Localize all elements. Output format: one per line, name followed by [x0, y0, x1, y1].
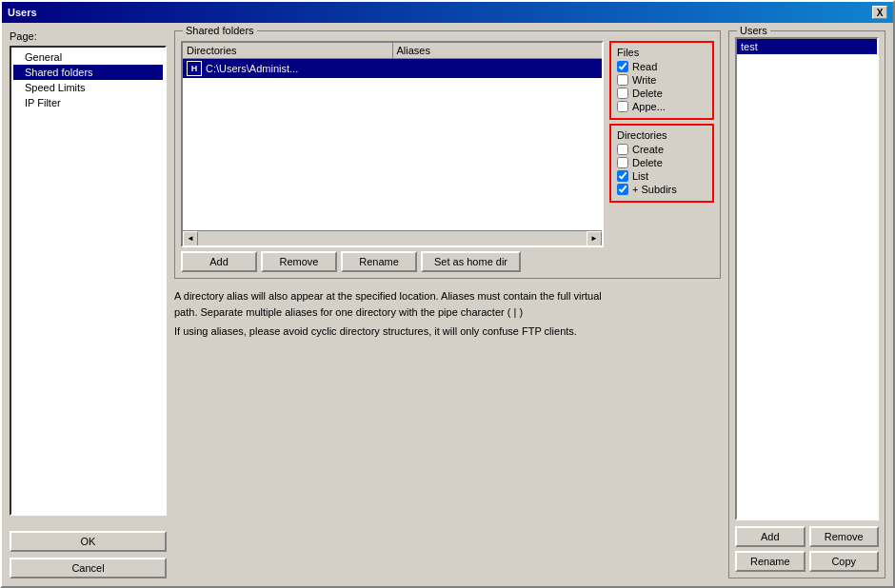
- append-label: Appe...: [632, 101, 666, 112]
- dir-scrollbar[interactable]: ◄ ►: [183, 230, 602, 245]
- info-line1: A directory alias will also appear at th…: [174, 288, 721, 304]
- close-button[interactable]: X: [872, 6, 887, 19]
- info-text: A directory alias will also appear at th…: [174, 284, 721, 343]
- users-group: Users test Add Remove Rename Copy: [728, 30, 885, 578]
- users-rename-copy-row: Rename Copy: [735, 551, 879, 572]
- list-label: List: [632, 170, 648, 182]
- page-label: Page:: [10, 30, 167, 42]
- cancel-button[interactable]: Cancel: [10, 558, 167, 578]
- directories-group-label: Directories: [617, 129, 706, 141]
- users-panel: Users test Add Remove Rename Copy: [728, 30, 885, 578]
- read-checkbox[interactable]: [617, 61, 628, 72]
- users-group-label: Users: [737, 25, 770, 36]
- users-add-remove-row: Add Remove: [735, 526, 879, 547]
- read-label: Read: [632, 61, 657, 72]
- remove-folder-button[interactable]: Remove: [261, 251, 337, 272]
- nav-list: General Shared folders Speed Limits IP F…: [10, 46, 167, 516]
- dir-table: Directories Aliases H C:\Users\Administ.…: [181, 41, 604, 247]
- rename-user-button[interactable]: Rename: [735, 551, 806, 572]
- directories-perm-group: Directories Create Delete: [609, 124, 714, 203]
- content-area: Page: General Shared folders Speed Limit…: [2, 23, 893, 586]
- dir-path: C:\Users\Administ...: [206, 63, 298, 74]
- perm-list: List: [617, 170, 706, 182]
- dir-table-body[interactable]: H C:\Users\Administ...: [183, 59, 602, 230]
- nav-item-shared-folders[interactable]: Shared folders: [13, 65, 163, 80]
- add-folder-button[interactable]: Add: [181, 251, 257, 272]
- title-bar: Users X: [2, 2, 893, 23]
- nav-item-general[interactable]: General: [13, 49, 163, 65]
- nav-item-speed-limits[interactable]: Speed Limits: [13, 80, 163, 95]
- dir-icon: H: [187, 61, 202, 76]
- perm-subdirs: + Subdirs: [617, 184, 706, 195]
- list-checkbox[interactable]: [617, 170, 628, 182]
- append-checkbox[interactable]: [617, 101, 628, 112]
- scroll-right-btn[interactable]: ►: [587, 231, 602, 246]
- create-label: Create: [632, 144, 664, 155]
- nav-item-ip-filter[interactable]: IP Filter: [13, 95, 163, 110]
- remove-user-button[interactable]: Remove: [809, 526, 880, 547]
- folder-buttons: Add Remove Rename Set as home dir: [181, 251, 604, 272]
- rename-folder-button[interactable]: Rename: [341, 251, 417, 272]
- write-label: Write: [632, 74, 656, 86]
- dir-delete-checkbox[interactable]: [617, 157, 628, 168]
- ok-button[interactable]: OK: [10, 531, 167, 552]
- users-dialog: Users X Page: General Shared folders Spe…: [0, 0, 895, 588]
- permissions-container: Files Read Write Delete: [609, 41, 714, 272]
- nav-panel: Page: General Shared folders Speed Limit…: [10, 30, 167, 578]
- perm-read: Read: [617, 61, 706, 72]
- shared-folders-group: Shared folders Directories Aliases H: [174, 30, 721, 279]
- subdirs-checkbox[interactable]: [617, 184, 628, 195]
- shared-folders-inner: Directories Aliases H C:\Users\Administ.…: [181, 41, 714, 272]
- write-checkbox[interactable]: [617, 74, 628, 86]
- set-home-button[interactable]: Set as home dir: [421, 251, 521, 272]
- dir-table-container: Directories Aliases H C:\Users\Administ.…: [181, 41, 604, 272]
- perm-create: Create: [617, 144, 706, 155]
- info-line2: path. Separate multiple aliases for one …: [174, 304, 721, 321]
- users-list[interactable]: test: [735, 37, 879, 520]
- perm-delete: Delete: [617, 88, 706, 99]
- scroll-left-btn[interactable]: ◄: [183, 231, 198, 246]
- dir-table-header: Directories Aliases: [183, 43, 602, 59]
- delete-label: Delete: [632, 88, 663, 99]
- dir-row[interactable]: H C:\Users\Administ...: [183, 59, 602, 78]
- subdirs-label: + Subdirs: [632, 184, 677, 195]
- dir-delete-label: Delete: [632, 157, 663, 168]
- add-user-button[interactable]: Add: [735, 526, 806, 547]
- scroll-track[interactable]: [200, 234, 585, 244]
- shared-folders-label: Shared folders: [183, 25, 257, 36]
- perm-dir-delete: Delete: [617, 157, 706, 168]
- delete-checkbox[interactable]: [617, 88, 628, 99]
- files-group-label: Files: [617, 47, 706, 58]
- title-text: Users: [8, 7, 37, 18]
- perm-write: Write: [617, 74, 706, 86]
- main-content: Shared folders Directories Aliases H: [174, 30, 721, 578]
- create-checkbox[interactable]: [617, 144, 628, 155]
- bottom-buttons: OK Cancel: [10, 523, 167, 578]
- info-line3: If using aliases, please avoid cyclic di…: [174, 323, 721, 340]
- col-directories: Directories: [183, 43, 393, 58]
- col-aliases: Aliases: [393, 43, 603, 58]
- files-perm-group: Files Read Write Delete: [609, 41, 714, 120]
- users-buttons: Add Remove Rename Copy: [735, 526, 879, 572]
- perm-append: Appe...: [617, 101, 706, 112]
- copy-user-button[interactable]: Copy: [809, 551, 880, 572]
- user-item-test[interactable]: test: [737, 39, 877, 54]
